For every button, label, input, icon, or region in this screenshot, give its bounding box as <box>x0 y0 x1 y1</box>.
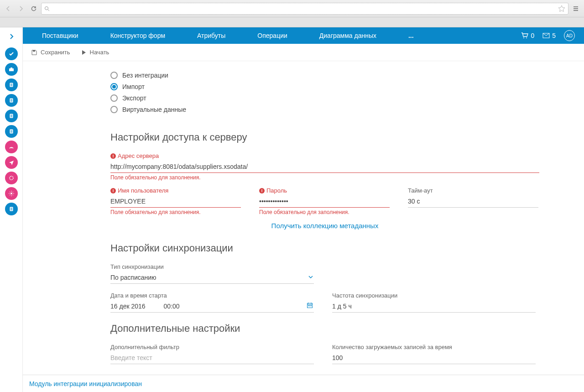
sidebar-item-doc-3[interactable] <box>5 110 18 122</box>
cart-icon <box>521 32 528 39</box>
status-text: Модуль интеграции инициализирован <box>29 380 142 387</box>
reload-button[interactable] <box>28 3 39 14</box>
radio-import[interactable]: Импорт <box>110 81 539 92</box>
sync-type-select[interactable] <box>110 272 314 284</box>
field-start-datetime: Дата и время старта 16 дек 2016 00:00 <box>110 292 314 313</box>
field-server-address: !Адрес сервера Поле обязательно для запо… <box>110 152 539 181</box>
sidebar-item-send[interactable] <box>5 156 18 169</box>
field-label: Дата и время старта <box>110 292 314 299</box>
sidebar-item-doc-5[interactable] <box>5 203 18 215</box>
nav-item-suppliers[interactable]: Поставщики <box>42 32 78 39</box>
field-username: !Имя пользователя Поле обязательно для з… <box>110 187 241 215</box>
nav-item-constructor[interactable]: Конструктор форм <box>110 32 165 39</box>
svg-point-9 <box>10 193 12 194</box>
sidebar-item-doc-4[interactable] <box>5 125 18 138</box>
svg-rect-17 <box>309 305 310 306</box>
sidebar-item-check[interactable] <box>5 47 18 60</box>
timeout-input[interactable] <box>408 196 538 208</box>
sidebar-item-circle[interactable] <box>5 172 18 184</box>
field-label: Количество загружаемых записей за время <box>332 344 536 350</box>
section-title-extra: Дополнительные настройки <box>110 323 539 335</box>
field-batch-count: Количество загружаемых записей за время <box>332 344 536 364</box>
action-bar: Сохранить Начать <box>23 44 584 61</box>
svg-rect-14 <box>33 50 35 52</box>
field-label: !Имя пользователя <box>110 187 241 194</box>
mail-indicator[interactable]: 5 <box>542 32 556 39</box>
mail-count: 5 <box>552 32 556 39</box>
browser-toolbar <box>0 0 584 17</box>
sidebar-item-gear[interactable] <box>5 187 18 200</box>
play-icon <box>80 49 87 56</box>
radio-export[interactable]: Экспорт <box>110 92 539 104</box>
field-label: !Пароль <box>259 187 390 194</box>
password-input[interactable] <box>259 196 390 208</box>
nav-item-data-diagram[interactable]: Диаграмма данных <box>319 32 376 39</box>
svg-point-11 <box>523 37 524 38</box>
calendar-icon[interactable] <box>307 302 313 310</box>
field-extra-filter: Дополнительный фильтр <box>110 344 314 364</box>
nav-item-attributes[interactable]: Атрибуты <box>197 32 225 39</box>
mail-icon <box>542 33 550 38</box>
sidebar-item-doc-1[interactable] <box>5 78 18 91</box>
start-label: Начать <box>90 49 110 56</box>
sidebar-expand-button[interactable] <box>9 31 14 42</box>
metadata-link[interactable]: Получить коллекцию метаданных <box>271 222 379 230</box>
field-error-msg: Поле обязательно для заполнения. <box>110 209 241 215</box>
cart-indicator[interactable]: 0 <box>521 32 534 39</box>
field-label: Тайм-аут <box>408 187 538 194</box>
forward-button[interactable] <box>16 3 26 14</box>
svg-rect-16 <box>308 305 309 306</box>
radio-label: Импорт <box>122 83 145 90</box>
field-timeout: Тайм-аут <box>408 187 538 215</box>
start-button[interactable]: Начать <box>80 49 110 56</box>
save-button[interactable]: Сохранить <box>31 49 70 56</box>
field-error-msg: Поле обязательно для заполнения. <box>259 209 390 215</box>
svg-rect-18 <box>311 305 312 306</box>
field-sync-type: Тип синхронизации <box>110 263 314 284</box>
error-icon: ! <box>110 188 116 193</box>
nav-more[interactable]: ... <box>408 32 414 39</box>
sidebar-item-doc-2[interactable] <box>5 94 18 107</box>
browser-tab-strip <box>0 17 584 27</box>
error-icon: ! <box>259 188 265 193</box>
url-input[interactable] <box>52 5 555 12</box>
field-label: !Адрес сервера <box>110 152 539 159</box>
field-label: Дополнительный фильтр <box>110 344 314 350</box>
radio-virtual-data[interactable]: Виртуальные данные <box>110 104 539 115</box>
sidebar-item-gauge[interactable] <box>5 141 18 153</box>
left-sidebar <box>0 27 23 392</box>
user-avatar[interactable]: AD <box>564 30 575 41</box>
radio-label: Экспорт <box>122 94 146 102</box>
extra-filter-input[interactable] <box>110 352 314 364</box>
radio-label: Без интеграции <box>122 72 168 79</box>
start-time-value: 00:00 <box>164 303 180 310</box>
search-icon <box>44 6 50 11</box>
browser-menu-button[interactable] <box>570 3 581 14</box>
field-label: Частота синхронизации <box>332 292 536 299</box>
svg-rect-1 <box>9 68 14 71</box>
field-password: !Пароль Поле обязательно для заполнения. <box>259 187 390 215</box>
svg-point-0 <box>45 6 48 10</box>
sync-frequency-input[interactable] <box>332 301 536 313</box>
field-error-msg: Поле обязательно для заполнения. <box>110 174 539 181</box>
cart-count: 0 <box>531 32 534 39</box>
radio-no-integration[interactable]: Без интеграции <box>110 69 539 81</box>
username-input[interactable] <box>110 196 241 208</box>
svg-point-12 <box>526 37 527 38</box>
bookmark-star-icon[interactable] <box>558 5 565 12</box>
field-sync-frequency: Частота синхронизации <box>332 292 536 313</box>
server-address-input[interactable] <box>110 161 539 173</box>
start-datetime-input[interactable]: 16 дек 2016 00:00 <box>110 301 314 313</box>
start-date-value: 16 дек 2016 <box>110 303 146 310</box>
batch-count-input[interactable] <box>332 352 536 364</box>
svg-rect-2 <box>10 68 12 68</box>
sidebar-item-briefcase[interactable] <box>5 63 18 76</box>
field-label: Тип синхронизации <box>110 263 314 270</box>
top-navigation: Поставщики Конструктор форм Атрибуты Опе… <box>23 27 584 44</box>
error-icon: ! <box>110 153 116 159</box>
url-bar[interactable] <box>41 3 568 15</box>
radio-label: Виртуальные данные <box>122 106 186 113</box>
status-footer: Модуль интеграции инициализирован <box>23 375 584 392</box>
nav-item-operations[interactable]: Операции <box>257 32 287 39</box>
back-button[interactable] <box>3 3 14 14</box>
